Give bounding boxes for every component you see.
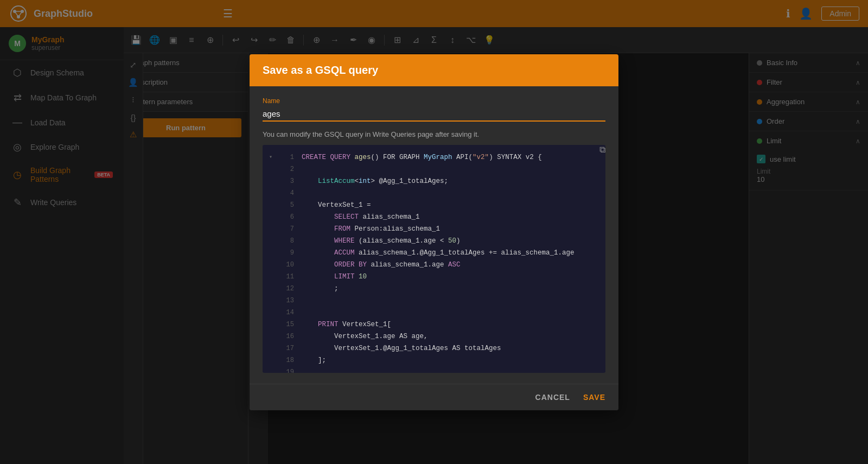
modal-header: Save as a GSQL query bbox=[250, 54, 618, 86]
name-input[interactable] bbox=[263, 107, 605, 122]
copy-icon[interactable]: ⧉ bbox=[599, 145, 605, 155]
name-field-label: Name bbox=[263, 97, 605, 105]
modal-overlay[interactable]: Save as a GSQL query Name You can modify… bbox=[0, 0, 868, 464]
info-text: You can modify the GSQL query in Write Q… bbox=[263, 130, 605, 138]
save-button[interactable]: SAVE bbox=[583, 393, 605, 402]
cancel-button[interactable]: CANCEL bbox=[535, 393, 570, 402]
save-gsql-modal: Save as a GSQL query Name You can modify… bbox=[250, 54, 618, 410]
code-block: ⧉ ▾1CREATE QUERY ages() FOR GRAPH MyGrap… bbox=[263, 145, 605, 373]
modal-footer: CANCEL SAVE bbox=[250, 384, 618, 410]
modal-body: Name You can modify the GSQL query in Wr… bbox=[250, 86, 618, 384]
modal-title: Save as a GSQL query bbox=[263, 64, 605, 77]
